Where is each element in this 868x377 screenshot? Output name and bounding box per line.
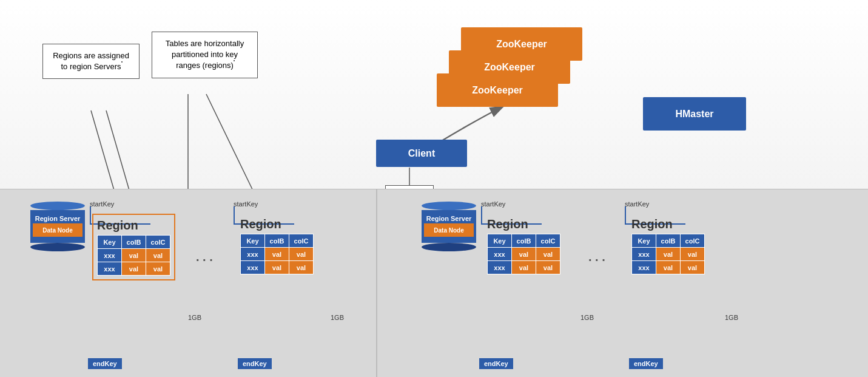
region-block-1: Region Key colB colC xxx val val xxx val	[92, 214, 175, 280]
gb-label-2: 1GB	[331, 314, 344, 321]
table-cell: colB	[265, 234, 289, 248]
table-cell: xxx	[488, 261, 512, 274]
region-1-table: Key colB colC xxx val val xxx val val	[97, 235, 170, 276]
table-row: xxx val val	[98, 249, 170, 262]
table-row: xxx val val	[488, 248, 560, 261]
table-row: Key colB colC	[241, 234, 314, 248]
table-cell: Key	[632, 234, 656, 248]
region-1-title: Region	[97, 219, 170, 233]
table-row: xxx val val	[98, 262, 170, 276]
table-cell: colC	[146, 236, 170, 249]
client-box: Client	[376, 140, 467, 167]
table-cell: Key	[241, 234, 265, 248]
table-cell: colC	[289, 234, 314, 248]
bubble2-text: Tables are horizontally partitioned into…	[166, 39, 244, 70]
region-2-table: Key colB colC xxx val val xxx val val	[240, 234, 314, 274]
table-cell: val	[681, 248, 705, 261]
speech-bubble-2: Tables are horizontally partitioned into…	[152, 32, 258, 78]
table-row: xxx val val	[241, 261, 314, 274]
table-cell: val	[512, 261, 536, 274]
gb-label-3: 1GB	[580, 314, 594, 321]
table-row: Key colB colC	[98, 236, 170, 249]
cylinder-body-2: Region Server Data Node	[422, 210, 476, 243]
table-cell: colC	[536, 234, 560, 248]
table-cell: val	[146, 262, 170, 276]
endkey-label-3: endKey	[479, 358, 513, 369]
startkey-line-v-4	[625, 206, 626, 225]
group-separator	[376, 189, 377, 377]
table-cell: val	[536, 261, 560, 274]
table-cell: val	[512, 248, 536, 261]
table-row: xxx val val	[632, 261, 705, 274]
bubble1-text: Regions are assigned to region Servers	[53, 51, 129, 71]
table-cell: colB	[122, 236, 146, 249]
table-cell: val	[289, 261, 314, 274]
speech-bubble-1: Regions are assigned to region Servers	[42, 44, 140, 79]
region-4-title: Region	[631, 217, 705, 231]
svg-line-1	[106, 110, 130, 194]
table-cell: xxx	[241, 248, 265, 261]
table-cell: colB	[656, 234, 681, 248]
table-cell: val	[122, 249, 146, 262]
table-cell: xxx	[98, 249, 122, 262]
table-cell: xxx	[488, 248, 512, 261]
endkey-label-1: endKey	[88, 358, 122, 369]
table-cell: xxx	[98, 262, 122, 276]
svg-line-3	[206, 94, 255, 194]
hmaster-box: HMaster	[643, 97, 746, 131]
region-4-table: Key colB colC xxx val val xxx val val	[631, 234, 705, 274]
region-block-3: Region Key colB colC xxx val val xxx val	[483, 214, 564, 278]
table-row: xxx val val	[241, 248, 314, 261]
endkey-label-4: endKey	[629, 358, 663, 369]
cylinder-top-1	[30, 202, 85, 210]
table-cell: xxx	[632, 261, 656, 274]
cylinder-body-1: Region Server Data Node	[30, 210, 85, 243]
dots-2: · · ·	[588, 253, 605, 267]
table-row: xxx val val	[632, 248, 705, 261]
endkey-label-2: endKey	[238, 358, 272, 369]
startkey-line-v-2	[234, 206, 235, 225]
startkey-label-4: startKey	[625, 200, 649, 208]
table-cell: xxx	[241, 261, 265, 274]
table-cell: val	[681, 261, 705, 274]
table-cell: val	[536, 248, 560, 261]
table-cell: colB	[512, 234, 536, 248]
startkey-label-3: startKey	[481, 200, 505, 208]
table-cell: val	[122, 262, 146, 276]
table-cell: val	[265, 248, 289, 261]
data-node-2: Data Node	[424, 223, 474, 237]
data-node-1: Data Node	[33, 223, 82, 237]
cylinder-bottom-2	[422, 243, 476, 251]
startkey-label-1: startKey	[90, 200, 114, 208]
table-row: xxx val val	[488, 261, 560, 274]
startkey-label-2: startKey	[234, 200, 258, 208]
table-cell: val	[289, 248, 314, 261]
region-block-2: Region Key colB colC xxx val val xxx val	[237, 214, 317, 278]
startkey-line-v-1	[90, 206, 91, 225]
table-cell: val	[265, 261, 289, 274]
region-block-4: Region Key colB colC xxx val val xxx val	[628, 214, 708, 278]
region-2-title: Region	[240, 217, 314, 231]
gb-label-4: 1GB	[725, 314, 738, 321]
table-cell: val	[146, 249, 170, 262]
table-cell: xxx	[632, 248, 656, 261]
startkey-line-v-3	[481, 206, 482, 225]
cylinder-bottom-1	[30, 243, 85, 251]
region-1-highlighted: Region Key colB colC xxx val val xxx val	[92, 214, 175, 280]
dots-1: · · ·	[196, 253, 213, 267]
region-3-title: Region	[487, 217, 560, 231]
svg-line-0	[91, 110, 115, 194]
zookeeper-box-3: ZooKeeper	[437, 73, 558, 107]
table-row: Key colB colC	[488, 234, 560, 248]
region-server-2: Region Server Data Node	[422, 202, 476, 251]
table-cell: val	[656, 261, 681, 274]
table-row: Key colB colC	[632, 234, 705, 248]
region-server-1: Region Server Data Node	[30, 202, 85, 251]
table-cell: Key	[98, 236, 122, 249]
bottom-panel: Region Server Data Node startKey startKe…	[0, 189, 868, 377]
cylinder-top-2	[422, 202, 476, 210]
table-cell: val	[656, 248, 681, 261]
table-cell: Key	[488, 234, 512, 248]
table-cell: colC	[681, 234, 705, 248]
gb-label-1: 1GB	[188, 314, 201, 321]
